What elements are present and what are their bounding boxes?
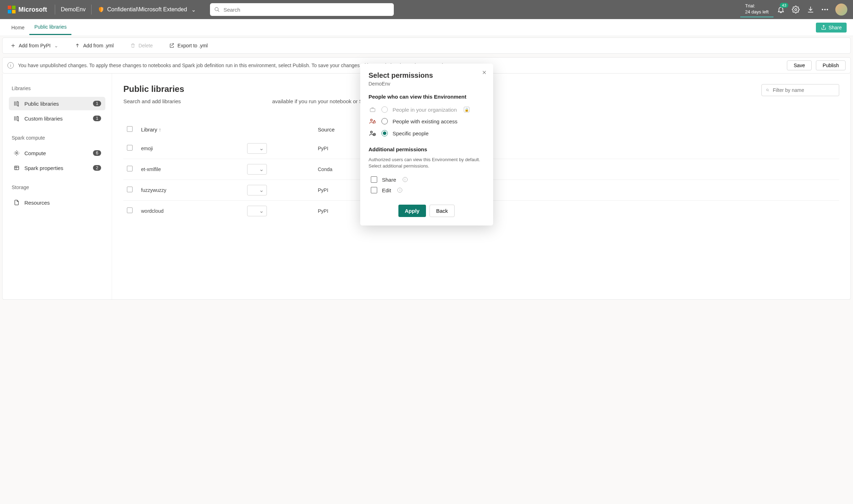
notifications-button[interactable]: 43 xyxy=(777,6,785,13)
info-icon[interactable]: i xyxy=(403,177,408,182)
col-library[interactable]: Library xyxy=(141,127,157,133)
search-icon xyxy=(214,7,220,12)
row-checkbox[interactable] xyxy=(127,207,133,213)
download-button[interactable] xyxy=(807,6,814,13)
additional-heading: Additional permissions xyxy=(369,146,485,152)
sidebar-item-custom-libraries[interactable]: Custom libraries 1 xyxy=(9,112,105,125)
cell-source: PyPI xyxy=(314,180,364,200)
tab-public-libraries[interactable]: Public libraries xyxy=(29,20,71,35)
col-source[interactable]: Source xyxy=(314,121,364,138)
folder-icon xyxy=(13,199,20,206)
divider xyxy=(91,5,92,14)
delete-button[interactable]: Delete xyxy=(126,41,157,51)
info-icon[interactable]: i xyxy=(397,188,402,193)
checkbox-edit[interactable] xyxy=(371,187,377,193)
classification-label: Confidential\Microsoft Extended xyxy=(107,6,187,13)
radio-org xyxy=(381,106,388,113)
divider xyxy=(55,5,55,14)
classification-dropdown[interactable]: Confidential\Microsoft Extended ⌄ xyxy=(94,6,199,13)
library-icon xyxy=(13,115,20,122)
perm-option-existing[interactable]: People with existing access xyxy=(369,115,485,127)
version-dropdown[interactable] xyxy=(247,143,267,154)
page-tabs: Home Public libraries Share xyxy=(0,19,853,36)
version-dropdown[interactable] xyxy=(247,206,267,216)
cell-library: fuzzywuzzy xyxy=(138,180,244,200)
add-from-pypi-button[interactable]: Add from PyPI ⌄ xyxy=(6,41,63,51)
cell-source: Conda xyxy=(314,159,364,180)
avatar[interactable] xyxy=(835,4,847,16)
checkbox-share-row[interactable]: Share i xyxy=(369,174,485,185)
count-badge: 1 xyxy=(93,116,101,121)
sidebar-group-spark: Spark compute xyxy=(9,133,105,145)
svg-rect-7 xyxy=(373,121,375,123)
chevron-down-icon: ⌄ xyxy=(54,43,58,48)
add-from-yml-button[interactable]: Add from .yml xyxy=(70,41,118,51)
svg-point-8 xyxy=(370,131,372,133)
perm-option-org: People in your organization 🔒 xyxy=(369,104,485,115)
filter-by-name[interactable] xyxy=(761,84,839,96)
cell-source: PyPI xyxy=(314,200,364,221)
settings-button[interactable] xyxy=(792,6,800,13)
cell-library: wordcloud xyxy=(138,200,244,221)
people-add-icon xyxy=(369,130,376,137)
sidebar-group-libraries: Libraries xyxy=(9,83,105,95)
share-button[interactable]: Share xyxy=(816,23,847,33)
share-label: Share xyxy=(829,25,842,30)
sidebar: Libraries Public libraries 1 Custom libr… xyxy=(2,74,112,299)
version-dropdown[interactable] xyxy=(247,185,267,195)
checkbox-share[interactable] xyxy=(371,176,377,183)
trial-label: Trial: xyxy=(745,3,769,9)
close-button[interactable] xyxy=(482,70,487,75)
svg-rect-5 xyxy=(370,109,375,112)
additional-desc: Authorized users can view this Environme… xyxy=(369,157,485,169)
sidebar-item-compute[interactable]: Compute 6 xyxy=(9,146,105,160)
cell-source: PyPI xyxy=(314,138,364,159)
version-dropdown[interactable] xyxy=(247,164,267,175)
library-icon xyxy=(13,100,20,107)
svg-point-4 xyxy=(766,89,768,91)
sidebar-item-spark-properties[interactable]: Spark properties 2 xyxy=(9,161,105,175)
brand-text: Microsoft xyxy=(18,6,47,13)
sidebar-group-storage: Storage xyxy=(9,182,105,194)
sidebar-item-public-libraries[interactable]: Public libraries 1 xyxy=(9,97,105,110)
checkbox-edit-row[interactable]: Edit i xyxy=(369,185,485,195)
row-checkbox[interactable] xyxy=(127,187,133,192)
sidebar-item-resources[interactable]: Resources xyxy=(9,196,105,209)
brand-logo: Microsoft xyxy=(3,6,52,13)
svg-point-1 xyxy=(795,8,797,11)
cell-library: emoji xyxy=(138,138,244,159)
people-lock-icon xyxy=(369,118,376,125)
save-button[interactable]: Save xyxy=(787,60,812,70)
perm-option-specific[interactable]: Specific people xyxy=(369,127,485,139)
svg-rect-3 xyxy=(14,166,19,170)
dialog-subtitle: DemoEnv xyxy=(369,81,485,87)
apply-button[interactable]: Apply xyxy=(398,205,426,217)
back-button[interactable]: Back xyxy=(430,205,455,217)
svg-point-0 xyxy=(215,7,218,11)
export-yml-button[interactable]: Export to .yml xyxy=(165,41,212,51)
filter-input[interactable] xyxy=(773,87,835,93)
trial-days: 24 days left xyxy=(745,9,769,15)
more-button[interactable]: ••• xyxy=(822,7,829,12)
count-badge: 1 xyxy=(93,101,101,106)
radio-existing[interactable] xyxy=(381,118,388,124)
dialog-title: Select permissions xyxy=(369,71,485,80)
search-input[interactable] xyxy=(223,7,390,13)
lock-icon: 🔒 xyxy=(464,107,469,112)
gear-icon xyxy=(13,150,20,156)
trial-status[interactable]: Trial: 24 days left xyxy=(740,3,774,17)
global-search[interactable] xyxy=(210,3,394,16)
row-checkbox[interactable] xyxy=(127,166,133,171)
select-all-checkbox[interactable] xyxy=(127,126,133,132)
radio-specific[interactable] xyxy=(381,130,388,136)
list-icon xyxy=(13,165,20,171)
shield-icon xyxy=(98,6,104,13)
tab-home[interactable]: Home xyxy=(6,20,29,35)
notification-badge: 43 xyxy=(780,3,788,8)
environment-name[interactable]: DemoEnv xyxy=(58,6,88,13)
info-icon: i xyxy=(7,62,14,69)
row-checkbox[interactable] xyxy=(127,145,133,151)
cell-library: et-xmlfile xyxy=(138,159,244,180)
view-permission-heading: People who can view this Environment xyxy=(369,94,485,100)
publish-button[interactable]: Publish xyxy=(816,60,846,70)
